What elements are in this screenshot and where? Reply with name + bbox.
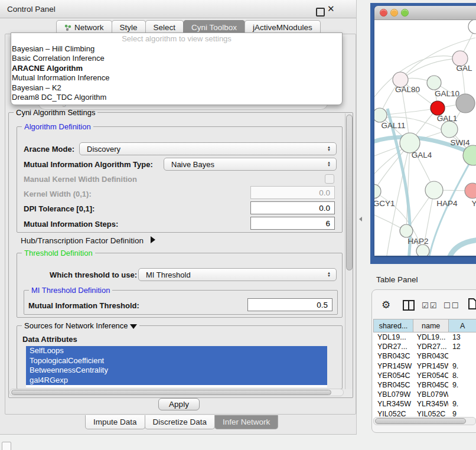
- table-row[interactable]: YBL079WYBL079W: [373, 390, 476, 399]
- algorithm-option-bayesian-k2[interactable]: Bayesian – K2: [11, 83, 342, 93]
- table-cell: YBL079W: [413, 390, 448, 399]
- hub-definition-toggle[interactable]: Hub/Transcription Factor Definition: [21, 236, 155, 245]
- network-window-titlebar[interactable]: [374, 6, 476, 20]
- node-label-gal1: GAL1: [437, 114, 458, 123]
- settings-horizontal-scrollbar[interactable]: [9, 389, 344, 396]
- algorithm-option-bayesian-hill-climbing[interactable]: Bayesian – Hill Climbing: [11, 44, 342, 54]
- table-row[interactable]: YBR043CYBR043C: [373, 351, 476, 361]
- tab-label: Cyni Toolbox: [191, 23, 237, 32]
- table-cell: YBL079W: [373, 390, 413, 399]
- float-panel-icon[interactable]: [316, 8, 325, 17]
- network-node-gal10[interactable]: [427, 76, 441, 90]
- network-node-gal11[interactable]: [374, 108, 387, 122]
- expand-down-icon: [130, 324, 137, 329]
- network-node-gal1[interactable]: [431, 101, 445, 115]
- kernel-width-label: Kernel Width (0,1):: [24, 190, 92, 198]
- network-node[interactable]: [416, 244, 429, 256]
- network-node-gcy1[interactable]: [374, 184, 381, 198]
- network-canvas[interactable]: GALGAL80GAL10GAL1GAL11SWI4GAL4GCY1HAP4YH…: [374, 20, 476, 256]
- stepper-icon: ▲▼: [324, 146, 336, 152]
- network-edge-thick: [449, 240, 476, 256]
- zoom-traffic-light[interactable]: [401, 9, 409, 17]
- attribute-item-betweennesscentrality[interactable]: BetweennessCentrality: [26, 366, 327, 376]
- scrollbar-thumb[interactable]: [11, 390, 331, 395]
- table-row[interactable]: YPR145WYPR145W9.: [373, 361, 476, 371]
- bottom-tab-infer-network[interactable]: Infer Network: [214, 415, 278, 429]
- aracne-mode-combo[interactable]: Discovery ▲▼: [79, 142, 337, 155]
- apply-button[interactable]: Apply: [158, 398, 200, 410]
- sources-title[interactable]: Sources for Network Inference: [22, 321, 139, 330]
- network-node-hap4[interactable]: [425, 181, 443, 199]
- attribute-item-gal4rgexp[interactable]: gal4RGexp: [26, 376, 327, 386]
- node-label-gal11: GAL11: [381, 121, 405, 130]
- network-tab-icon: [64, 24, 71, 31]
- table-cell: YBR043C: [413, 351, 448, 361]
- table-rows: YDL19...YDL19...13YDR27...YDR27...12YBR0…: [373, 332, 476, 418]
- manual-kernel-width-label: Manual Kernel Width Definition: [24, 175, 137, 184]
- table-cell: YLR345W: [413, 399, 448, 409]
- mi-threshold-definition-title: MI Threshold Definition: [29, 286, 112, 295]
- control-panel-title: Control Panel: [7, 5, 56, 14]
- mini-panel-icon[interactable]: [2, 442, 11, 450]
- attribute-item-topologicalcoefficient[interactable]: TopologicalCoefficient: [26, 356, 327, 366]
- scrollbar-thumb[interactable]: [375, 418, 466, 424]
- panel-divider-handle[interactable]: [359, 217, 362, 221]
- network-node[interactable]: [441, 121, 458, 138]
- table-cell: YLR345W: [373, 399, 413, 409]
- table-horizontal-scrollbar[interactable]: [373, 417, 476, 425]
- node-label-y: Y: [471, 199, 476, 208]
- column-header-2[interactable]: name: [413, 319, 449, 332]
- scrollbar-thumb[interactable]: [346, 115, 353, 270]
- algorithm-option-mutual-information-inference[interactable]: Mutual Information Inference: [11, 73, 342, 83]
- table-row[interactable]: YDR27...YDR27...12: [373, 342, 476, 351]
- table-cell: YBR045C: [413, 380, 448, 390]
- tab-label: Network: [74, 23, 104, 32]
- table-row[interactable]: YER054CYER054C8.: [373, 371, 476, 380]
- node-label-gcy1: GCY1: [374, 199, 395, 208]
- bottom-tab-impute-data[interactable]: Impute Data: [85, 415, 145, 429]
- network-node-y[interactable]: [465, 183, 476, 198]
- table-cell: [448, 390, 476, 399]
- table-header-row: shared...nameA: [373, 319, 476, 332]
- minimize-traffic-light[interactable]: [390, 9, 398, 17]
- algorithm-option-dream8-dc-tdc-algorithm[interactable]: Dream8 DC_TDC Algorithm: [11, 93, 342, 102]
- kernel-width-field[interactable]: 0.0: [250, 186, 335, 199]
- gear-icon[interactable]: ⚙: [382, 299, 390, 311]
- network-graph: GALGAL80GAL10GAL1GAL11SWI4GAL4GCY1HAP4YH…: [374, 20, 476, 256]
- mi-steps-label: Mutual Information Steps:: [24, 220, 118, 229]
- dpi-tolerance-field[interactable]: 0.0: [250, 201, 335, 214]
- network-node[interactable]: [468, 20, 476, 34]
- table-row[interactable]: YLR345WYLR345W9.: [373, 399, 476, 409]
- export-table-icon[interactable]: [468, 298, 476, 312]
- attribute-item-selfloops[interactable]: SelfLoops: [26, 346, 327, 356]
- table-cell: YPR145W: [373, 361, 413, 371]
- table-cell: 9.: [448, 361, 476, 371]
- close-traffic-light[interactable]: [380, 9, 387, 17]
- network-node-gal4[interactable]: [400, 133, 420, 153]
- columns-icon[interactable]: [403, 300, 415, 313]
- algorithm-dropdown-popup: Select algorithm to view settings Bayesi…: [11, 32, 343, 105]
- network-node-hap2[interactable]: [400, 224, 413, 237]
- mi-algorithm-type-combo[interactable]: Naive Bayes ▲▼: [164, 158, 337, 171]
- select-all-columns-icon[interactable]: ☑☑: [422, 301, 438, 310]
- manual-kernel-width-checkbox[interactable]: [325, 174, 334, 184]
- table-cell: YDL19...: [413, 332, 448, 342]
- threshold-definition-title: Threshold Definition: [22, 249, 95, 257]
- table-row[interactable]: YBR045CYBR045C9.: [373, 380, 476, 390]
- table-cell: 13: [448, 332, 476, 342]
- mi-threshold-field[interactable]: 0.5: [247, 298, 332, 311]
- column-header-1[interactable]: shared...: [373, 319, 413, 332]
- close-panel-icon[interactable]: ✕: [327, 4, 335, 14]
- settings-vertical-scrollbar[interactable]: [345, 113, 353, 389]
- deselect-all-columns-icon[interactable]: ☐☐: [444, 301, 459, 310]
- column-header-3[interactable]: A: [448, 319, 476, 332]
- mi-steps-field[interactable]: 6: [250, 217, 335, 230]
- bottom-tab-discretize-data[interactable]: Discretize Data: [145, 415, 216, 429]
- algorithm-dropdown-list: Bayesian – Hill ClimbingBasic Correlatio…: [11, 44, 342, 102]
- algorithm-option-aracne-algorithm[interactable]: ARACNE Algorithm: [11, 64, 342, 73]
- table-row[interactable]: YDL19...YDL19...13: [373, 332, 476, 342]
- mi-algorithm-type-value: Naive Bayes: [164, 160, 324, 169]
- which-threshold-combo[interactable]: MI Threshold ▲▼: [138, 268, 337, 281]
- algorithm-option-basic-correlation-inference[interactable]: Basic Correlation Inference: [11, 54, 342, 63]
- aracne-mode-value: Discovery: [80, 145, 324, 154]
